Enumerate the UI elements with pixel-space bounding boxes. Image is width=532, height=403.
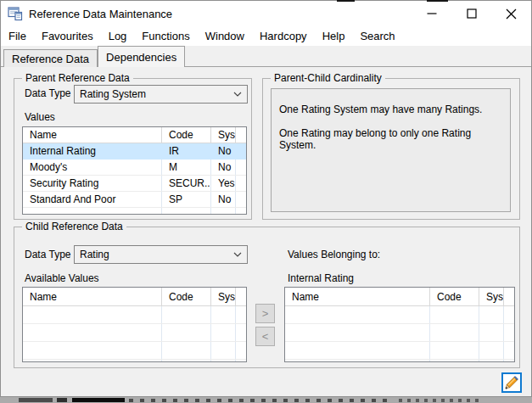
cell	[285, 360, 430, 362]
table-row-empty[interactable]	[23, 342, 246, 360]
cell	[23, 324, 162, 341]
cell	[23, 360, 162, 362]
cell: SECUR...	[162, 176, 211, 191]
group-title: Parent Reference Data	[22, 72, 133, 85]
parent-values-table[interactable]: NameCodeSys...Internal RatingIRNoMoody's…	[22, 126, 247, 215]
column-header-filler	[504, 288, 514, 305]
cell	[211, 324, 236, 341]
cell	[479, 342, 504, 359]
cell: Security Rating	[23, 176, 162, 191]
table-row[interactable]: Internal RatingIRNo	[23, 143, 246, 160]
child-data-type-combobox[interactable]: Rating	[74, 245, 248, 264]
cell	[285, 324, 430, 341]
minimize-button[interactable]	[412, 1, 451, 26]
move-right-button[interactable]: >	[255, 304, 275, 323]
table-row-empty[interactable]	[23, 208, 246, 215]
titlebar: Reference Data Maintenance	[1, 1, 531, 26]
table-row-empty[interactable]	[23, 306, 246, 324]
cell	[162, 360, 211, 362]
maximize-icon	[467, 8, 477, 19]
values-belonging-label: Values Belonging to:	[288, 249, 380, 260]
combobox-value: Rating	[75, 249, 228, 260]
data-type-label: Data Type	[25, 87, 70, 99]
menubar: FileFavouritesLogFunctionsWindowHardcopy…	[1, 26, 531, 46]
background-desktop-strip	[0, 397, 532, 403]
cell: Moody's	[23, 160, 162, 175]
cell-filler	[236, 360, 246, 362]
table-row[interactable]: Standard And PoorSPNo	[23, 192, 246, 208]
cardinality-line: One Rating System may have many Ratings.	[279, 104, 501, 115]
cell: Standard And Poor	[23, 192, 162, 207]
menu-item-file[interactable]: File	[1, 30, 34, 42]
values-label: Values	[25, 111, 55, 123]
menu-item-help[interactable]: Help	[315, 30, 353, 42]
parent-child-cardinality-group: Parent-Child Cardinality One Rating Syst…	[262, 78, 520, 220]
table-row-empty[interactable]	[285, 342, 514, 360]
pencil-icon	[505, 376, 518, 389]
cell-filler	[236, 192, 246, 207]
table-row-empty[interactable]	[23, 360, 246, 362]
cell	[430, 342, 479, 359]
table-row-empty[interactable]	[285, 360, 514, 362]
app-window: Reference Data Maintenance FileFavourite…	[0, 0, 532, 397]
window-title: Reference Data Maintenance	[29, 8, 172, 20]
column-header-sys[interactable]: Sys...	[479, 288, 504, 305]
menu-item-log[interactable]: Log	[101, 30, 135, 42]
tab-reference-data[interactable]: Reference Data	[3, 49, 98, 67]
cell	[23, 208, 162, 215]
column-header-name[interactable]: Name	[23, 288, 162, 305]
parent-reference-data-group: Parent Reference Data Data Type Rating S…	[14, 78, 252, 220]
cell	[162, 208, 211, 215]
cell	[479, 360, 504, 362]
menu-item-hardcopy[interactable]: Hardcopy	[252, 30, 315, 42]
column-header-sys[interactable]: Sys...	[211, 288, 236, 305]
cell-filler	[236, 176, 246, 191]
column-header-sys[interactable]: Sys...	[211, 127, 236, 143]
tab-dependencies[interactable]: Dependencies	[98, 46, 185, 67]
cell	[162, 324, 211, 341]
cardinality-line: One Rating may belong to only one Rating…	[279, 127, 501, 151]
group-title: Child Reference Data	[22, 221, 126, 233]
edit-button[interactable]	[501, 372, 522, 393]
table-header-row: NameCodeSys...	[23, 127, 246, 143]
cell-filler	[236, 208, 246, 215]
cell	[479, 306, 504, 323]
column-header-name[interactable]: Name	[23, 127, 162, 143]
cell	[162, 342, 211, 359]
cell	[23, 306, 162, 323]
maximize-button[interactable]	[451, 1, 491, 26]
menu-item-search[interactable]: Search	[352, 30, 402, 42]
close-button[interactable]	[491, 1, 531, 26]
cell	[285, 306, 430, 323]
table-row[interactable]: Moody'sMNo	[23, 160, 246, 176]
table-row[interactable]: Security RatingSECUR...Yes	[23, 176, 246, 192]
cell-filler	[236, 143, 246, 159]
belonging-values-table[interactable]: NameCodeSys...	[284, 287, 515, 362]
column-header-name[interactable]: Name	[285, 288, 430, 305]
table-row-empty[interactable]	[285, 324, 514, 342]
chevron-down-icon	[228, 252, 247, 257]
minimize-icon	[427, 8, 437, 19]
cell-filler	[504, 324, 514, 341]
background-window-fragment	[337, 0, 355, 2]
menu-item-window[interactable]: Window	[198, 30, 252, 42]
background-window-fragment	[427, 0, 448, 2]
cell: No	[211, 192, 236, 207]
available-values-table[interactable]: NameCodeSys...	[22, 287, 247, 362]
cell	[211, 342, 236, 359]
menu-item-functions[interactable]: Functions	[134, 30, 197, 42]
column-header-code[interactable]: Code	[162, 127, 211, 143]
cell: Internal Rating	[23, 143, 162, 159]
cell: No	[211, 143, 236, 159]
menu-item-favourites[interactable]: Favourites	[34, 30, 101, 42]
table-row-empty[interactable]	[285, 306, 514, 324]
column-header-code[interactable]: Code	[430, 288, 479, 305]
cell	[211, 360, 236, 362]
column-header-code[interactable]: Code	[162, 288, 211, 305]
cell-filler	[236, 342, 246, 359]
tab-strip: Reference DataDependencies	[1, 46, 531, 67]
table-row-empty[interactable]	[23, 324, 246, 342]
cell	[211, 306, 236, 323]
parent-data-type-combobox[interactable]: Rating System	[74, 85, 248, 104]
move-left-button[interactable]: <	[255, 327, 275, 346]
